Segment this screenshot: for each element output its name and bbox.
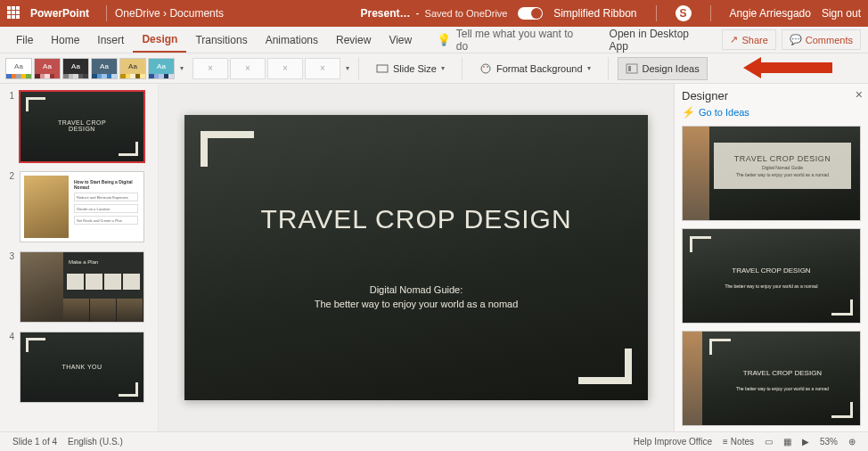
simplified-ribbon-label: Simplified Ribbon — [553, 7, 636, 20]
variant-gallery[interactable]: × × × × ▾ — [192, 58, 349, 79]
go-to-ideas-link[interactable]: ⚡ Go to Ideas — [682, 106, 861, 119]
tab-home[interactable]: Home — [42, 29, 88, 52]
ribbon: Aa Aa Aa Aa Aa Aa ▾ × × × × ▾ Slide Size… — [0, 53, 868, 84]
bolt-icon: ⚡ — [682, 106, 695, 119]
slide-thumb-3[interactable]: Make a Plan — [20, 251, 144, 323]
breadcrumb-documents[interactable]: Documents — [169, 7, 224, 20]
current-slide[interactable]: TRAVEL CROP DESIGN Digital Nomad Guide: … — [184, 115, 648, 400]
theme-thumb[interactable]: Aa — [148, 58, 175, 79]
theme-thumb[interactable]: Aa — [62, 58, 89, 79]
sorter-view-icon[interactable]: ▦ — [778, 437, 797, 447]
open-desktop-link[interactable]: Open in Desktop App — [601, 22, 717, 58]
thumb-number: 3 — [5, 251, 14, 323]
thumb-row: Set Goals and Create a Plan — [74, 216, 138, 225]
fit-to-window-icon[interactable]: ⊕ — [843, 437, 861, 447]
slide-counter[interactable]: Slide 1 of 4 — [7, 437, 62, 447]
workspace: 1 TRAVEL CROP DESIGN 2 How to Start Bein… — [0, 84, 868, 431]
menu-bar: File Home Insert Design Transitions Anim… — [0, 27, 868, 53]
designer-title: Designer — [682, 89, 861, 102]
slide-size-button[interactable]: Slide Size▾ — [368, 57, 453, 80]
slide-thumb-2[interactable]: How to Start Being a Digital Nomad Reduc… — [20, 171, 144, 242]
thumb-number: 1 — [5, 91, 14, 162]
theme-thumb[interactable]: Aa — [91, 58, 118, 79]
close-icon[interactable]: × — [856, 87, 863, 102]
user-name[interactable]: Angie Arriesgado — [730, 7, 811, 20]
design-idea-2[interactable]: TRAVEL CROP DESIGN The better way to enj… — [682, 228, 861, 324]
paint-icon — [479, 62, 492, 75]
chevron-down-icon[interactable]: ▾ — [180, 64, 184, 72]
tab-insert[interactable]: Insert — [88, 29, 133, 52]
tab-file[interactable]: File — [7, 29, 42, 52]
tab-design[interactable]: Design — [133, 28, 186, 53]
slide-thumb-1[interactable]: TRAVEL CROP DESIGN — [20, 91, 144, 162]
dash: - — [416, 7, 420, 20]
theme-gallery[interactable]: Aa Aa Aa Aa Aa Aa ▾ — [5, 58, 184, 79]
tab-animations[interactable]: Animations — [257, 29, 327, 52]
breadcrumb-onedrive[interactable]: OneDrive — [115, 7, 160, 20]
help-improve-link[interactable]: Help Improve Office — [628, 437, 717, 447]
divider — [106, 5, 107, 21]
tab-review[interactable]: Review — [327, 29, 380, 52]
normal-view-icon[interactable]: ▭ — [759, 437, 778, 447]
breadcrumb-sep: › — [160, 7, 170, 20]
separator — [462, 57, 463, 80]
slide-subtitle-2[interactable]: The better way to enjoy your world as a … — [184, 299, 648, 309]
callout-arrow — [743, 55, 832, 80]
share-button[interactable]: ↗Share — [722, 29, 775, 50]
theme-thumb[interactable]: Aa — [5, 58, 32, 79]
variant-thumb[interactable]: × — [305, 58, 340, 79]
design-ideas-button[interactable]: Design Ideas — [618, 57, 708, 80]
slideshow-icon[interactable]: ▶ — [797, 437, 815, 447]
slide-canvas[interactable]: TRAVEL CROP DESIGN Digital Nomad Guide: … — [159, 84, 674, 431]
bracket-decoration — [578, 348, 632, 384]
tab-transitions[interactable]: Transitions — [186, 29, 256, 52]
bracket-decoration — [201, 131, 254, 167]
tell-me-placeholder: Tell me what you want to do — [456, 28, 585, 53]
idea-title: TRAVEL CROP DESIGN — [734, 154, 831, 163]
zoom-level[interactable]: 53% — [815, 437, 843, 447]
variant-thumb[interactable]: × — [192, 58, 228, 79]
thumb-number: 4 — [5, 332, 14, 403]
thumb-title: How to Start Being a Digital Nomad — [74, 179, 138, 190]
idea-sub: The better way to enjoy your world as a … — [736, 172, 829, 177]
slide-title[interactable]: TRAVEL CROP DESIGN — [184, 204, 648, 234]
app-launcher-icon[interactable] — [7, 6, 21, 20]
document-name[interactable]: Present… — [361, 7, 411, 20]
slide-thumbnail-panel[interactable]: 1 TRAVEL CROP DESIGN 2 How to Start Bein… — [0, 84, 159, 431]
svg-point-3 — [487, 66, 488, 68]
theme-thumb[interactable]: Aa — [119, 58, 146, 79]
svg-rect-4 — [626, 64, 637, 73]
skype-icon[interactable]: S — [676, 5, 692, 21]
chevron-down-icon[interactable]: ▾ — [346, 64, 349, 72]
language-status[interactable]: English (U.S.) — [62, 437, 128, 447]
share-icon: ↗ — [730, 34, 738, 45]
variant-thumb[interactable]: × — [230, 58, 266, 79]
slide-subtitle-1[interactable]: Digital Nomad Guide: — [184, 284, 648, 295]
idea-sub: The better way to enjoy your world as a … — [705, 386, 860, 391]
design-idea-3[interactable]: TRAVEL CROP DESIGN The better way to enj… — [682, 331, 861, 426]
designer-pane: × Designer ⚡ Go to Ideas TRAVEL CROP DES… — [674, 84, 868, 431]
idea-title: TRAVEL CROP DESIGN — [683, 266, 860, 275]
slide-thumb-4[interactable]: THANK YOU — [20, 332, 144, 403]
comments-button[interactable]: 💬Comments — [782, 29, 861, 50]
variant-thumb[interactable]: × — [267, 58, 303, 79]
format-background-button[interactable]: Format Background▾ — [471, 57, 599, 80]
svg-point-1 — [481, 64, 490, 73]
tab-view[interactable]: View — [380, 29, 421, 52]
design-idea-1[interactable]: TRAVEL CROP DESIGN Digital Nomad Guide T… — [682, 126, 861, 221]
design-ideas-icon — [626, 62, 638, 75]
sign-out-link[interactable]: Sign out — [822, 7, 861, 20]
simplified-ribbon-toggle[interactable] — [518, 7, 543, 20]
svg-rect-0 — [377, 65, 388, 72]
comment-icon: 💬 — [790, 34, 802, 45]
thumb-row: Decide on a Location — [74, 204, 138, 213]
divider — [656, 5, 657, 21]
notes-button[interactable]: ≡ Notes — [717, 437, 759, 447]
thumb-title: Make a Plan — [69, 259, 98, 265]
thumb-number: 2 — [5, 171, 14, 242]
design-ideas-list[interactable]: TRAVEL CROP DESIGN Digital Nomad Guide T… — [682, 126, 861, 426]
thumb-title: TRAVEL CROP DESIGN — [58, 119, 106, 132]
bulb-icon: 💡 — [437, 33, 451, 46]
theme-thumb[interactable]: Aa — [34, 58, 61, 79]
tell-me-search[interactable]: 💡 Tell me what you want to do — [437, 28, 585, 53]
